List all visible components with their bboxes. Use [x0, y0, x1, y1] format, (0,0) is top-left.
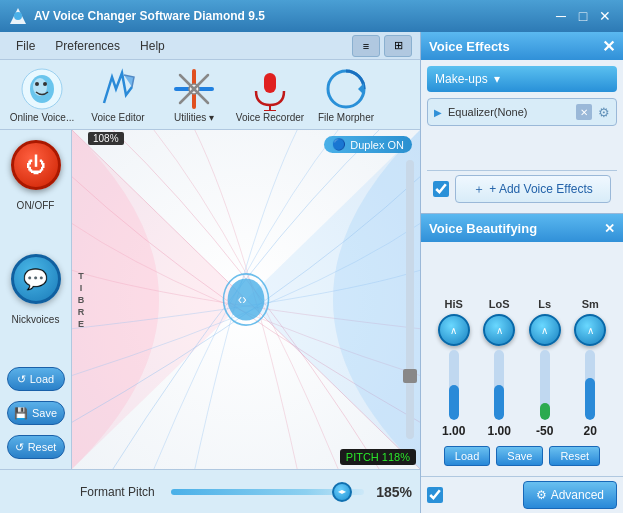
vb-ls-knob[interactable]: ∧	[529, 314, 561, 346]
reset-icon: ↺	[15, 441, 24, 454]
online-voice-icon	[19, 66, 65, 112]
view-btn-1[interactable]: ≡	[352, 35, 380, 57]
content-area: ⏻ ON/OFF 💬 Nickvoices ↺ Load 💾 Save	[0, 130, 420, 469]
pitch-top-badge: 108%	[88, 132, 124, 145]
close-button[interactable]: ✕	[595, 6, 615, 26]
vb-reset-button[interactable]: Reset	[549, 446, 600, 466]
timbre-i: I	[80, 283, 83, 293]
vb-ls-fill	[540, 403, 550, 421]
voice-beautifying-title: Voice Beautifying	[429, 221, 537, 236]
formant-thumb[interactable]: ◂▸	[332, 482, 352, 502]
voice-beautifying-panel: Voice Beautifying ✕ HiS ∧ 1.00	[421, 213, 623, 513]
nickvoices-icon: 💬	[23, 267, 48, 291]
voice-effects-title-bar: Voice Effects ✕	[421, 32, 623, 60]
formant-slider[interactable]: ◂▸	[171, 489, 364, 495]
tool-voice-recorder[interactable]: Voice Recorder	[236, 66, 304, 123]
vb-sm-knob[interactable]: ∧	[574, 314, 606, 346]
pitch-timbre-viz[interactable]: ‹›	[72, 130, 420, 469]
add-effect-label: + Add Voice Effects	[489, 182, 593, 196]
app-title: AV Voice Changer Software Diamond 9.5	[34, 9, 549, 23]
vb-his-value: 1.00	[442, 424, 465, 438]
left-controls: ⏻ ON/OFF 💬 Nickvoices ↺ Load 💾 Save	[0, 130, 72, 469]
load-label: Load	[30, 373, 54, 385]
volume-slider-track[interactable]	[406, 160, 414, 439]
menu-help[interactable]: Help	[132, 36, 173, 56]
reset-label: Reset	[28, 441, 57, 453]
vb-ls-arrow-icon: ∧	[541, 325, 548, 336]
formant-value: 185%	[372, 484, 412, 500]
menu-file[interactable]: File	[8, 36, 43, 56]
svg-text:‹›: ‹›	[238, 290, 247, 307]
vb-sm-label: Sm	[582, 298, 599, 310]
effect-row: ▶ Equalizer(None) ✕ ⚙	[427, 98, 617, 126]
vb-col-los: LoS ∧ 1.00	[483, 298, 515, 438]
effect-arrow-icon: ▶	[434, 107, 442, 118]
vb-his-arrow-icon: ∧	[450, 325, 457, 336]
advanced-button[interactable]: ⚙ Advanced	[523, 481, 617, 509]
vb-save-button[interactable]: Save	[496, 446, 543, 466]
duplex-badge[interactable]: 🔵 Duplex ON	[324, 136, 412, 153]
voice-recorder-icon	[247, 66, 293, 112]
load-button[interactable]: ↺ Load	[7, 367, 65, 391]
vb-los-knob[interactable]: ∧	[483, 314, 515, 346]
tool-file-morpher-label: File Morpher	[318, 112, 374, 123]
maximize-button[interactable]: □	[573, 6, 593, 26]
view-btn-2[interactable]: ⊞	[384, 35, 412, 57]
vb-los-bar	[494, 350, 504, 420]
tool-utilities[interactable]: Utilities ▾	[160, 66, 228, 123]
timbre-r: R	[78, 307, 85, 317]
vb-sm-bar	[585, 350, 595, 420]
minimize-button[interactable]: ─	[551, 6, 571, 26]
voice-editor-icon	[95, 66, 141, 112]
nickvoices-button[interactable]: 💬	[11, 254, 61, 304]
effect-close-button[interactable]: ✕	[576, 104, 592, 120]
app-icon	[8, 6, 28, 26]
timbre-t: T	[78, 271, 84, 281]
tool-utilities-label: Utilities ▾	[174, 112, 214, 123]
vb-bottom-row: ⚙ Advanced	[421, 476, 623, 513]
toolbar: Online Voice... Voice Editor	[0, 60, 420, 130]
tool-online-voice-label: Online Voice...	[10, 112, 74, 123]
menu-bar: File Preferences Help ≡ ⊞	[0, 32, 420, 60]
tool-online-voice[interactable]: Online Voice...	[8, 66, 76, 123]
formant-bar: Formant Pitch ◂▸ 185%	[0, 469, 420, 513]
effect-name: Equalizer(None)	[448, 106, 570, 118]
voice-beautifying-title-bar: Voice Beautifying ✕	[421, 214, 623, 242]
power-button[interactable]: ⏻	[11, 140, 61, 190]
visualizer-area: T I B R E 108% 🔵 Duplex ON	[72, 130, 420, 469]
dropdown-chevron-icon: ▾	[494, 72, 500, 86]
vb-ls-value: -50	[536, 424, 553, 438]
voice-effects-close-button[interactable]: ✕	[602, 37, 615, 56]
tool-voice-editor[interactable]: Voice Editor	[84, 66, 152, 123]
vb-col-ls: Ls ∧ -50	[529, 298, 561, 438]
formant-thumb-icon: ◂▸	[338, 487, 346, 496]
tool-file-morpher[interactable]: File Morpher	[312, 66, 380, 123]
menu-preferences[interactable]: Preferences	[47, 36, 128, 56]
svg-rect-12	[264, 73, 276, 93]
vb-load-button[interactable]: Load	[444, 446, 490, 466]
voice-effects-title: Voice Effects	[429, 39, 510, 54]
vb-enable-checkbox[interactable]	[427, 487, 443, 503]
vb-his-bar	[449, 350, 459, 420]
vb-his-knob[interactable]: ∧	[438, 314, 470, 346]
save-button[interactable]: 💾 Save	[7, 401, 65, 425]
advanced-label: Advanced	[551, 488, 604, 502]
add-effect-button[interactable]: ＋ + Add Voice Effects	[455, 175, 611, 203]
effect-gear-icon[interactable]: ⚙	[598, 105, 610, 120]
title-bar: AV Voice Changer Software Diamond 9.5 ─ …	[0, 0, 623, 32]
volume-slider-thumb[interactable]	[403, 369, 417, 383]
add-effect-row: ＋ + Add Voice Effects	[427, 170, 617, 207]
makeup-dropdown[interactable]: Make-ups ▾	[427, 66, 617, 92]
add-icon: ＋	[473, 181, 485, 198]
vb-action-row: Load Save Reset	[431, 442, 613, 470]
right-panel: Voice Effects ✕ Make-ups ▾ ▶ Equalizer(N…	[420, 32, 623, 513]
vb-his-label: HiS	[445, 298, 463, 310]
add-effect-checkbox[interactable]	[433, 181, 449, 197]
sliders-icon: ⚙	[536, 488, 547, 502]
svg-marker-16	[358, 83, 364, 95]
voice-beautifying-close-button[interactable]: ✕	[604, 221, 615, 236]
reset-button[interactable]: ↺ Reset	[7, 435, 65, 459]
duplex-label: Duplex ON	[350, 139, 404, 151]
vb-sm-arrow-icon: ∧	[587, 325, 594, 336]
tool-voice-recorder-label: Voice Recorder	[236, 112, 304, 123]
